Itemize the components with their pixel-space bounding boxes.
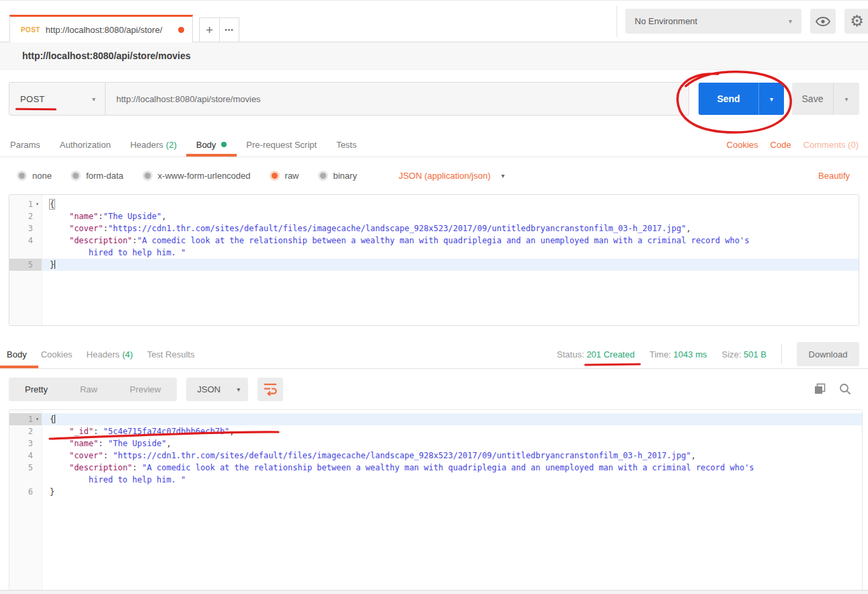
code-line[interactable]: 4 "description":"A comedic look at the r… [9, 235, 859, 247]
method-selector-value: POST [20, 94, 45, 104]
save-options-button[interactable]: ▾ [833, 83, 859, 115]
tab-label: Headers [130, 140, 163, 150]
status-value: 201 Created [586, 349, 635, 359]
code-line[interactable]: 1▾{ [9, 198, 859, 210]
response-format-selector[interactable]: JSON ▾ [186, 378, 248, 401]
response-tab-body[interactable]: Body [7, 340, 27, 368]
code-line[interactable]: 4 "cover": "https://cdn1.thr.com/sites/d… [9, 450, 862, 462]
line-number-gutter: 3 [9, 222, 42, 235]
view-raw[interactable]: Raw [64, 384, 114, 394]
tab-pre-request-script[interactable]: Pre-request Script [246, 132, 317, 157]
code-link[interactable]: Code [771, 140, 791, 150]
tab-label: Body [7, 349, 27, 359]
code-line[interactable]: 2 "_id": "5c4e715fa74c07dbbb6ecb7b", [9, 425, 862, 437]
new-tab-button[interactable]: + [200, 18, 219, 42]
response-stats: Status: 201 Created Time: 1043 ms Size: … [557, 342, 859, 366]
tab-tests[interactable]: Tests [336, 132, 356, 157]
code-line[interactable]: 2 "name":"The Upside", [9, 210, 859, 222]
fold-icon[interactable]: ▾ [33, 413, 42, 425]
line-number-gutter: 3 [9, 437, 42, 450]
wrap-lines-button[interactable] [258, 378, 283, 401]
code-line[interactable]: 6} [9, 486, 862, 498]
response-view-toolbar: Pretty Raw Preview JSON ▾ [0, 369, 868, 409]
download-button[interactable]: Download [797, 342, 859, 366]
code-line[interactable]: hired to help him. " [9, 247, 859, 259]
code-line[interactable]: 3 "cover":"https://cdn1.thr.com/sites/de… [9, 222, 859, 235]
code-line[interactable]: 5 "description": "A comedic look at the … [9, 462, 862, 474]
status-label: Status: [557, 349, 584, 359]
code-line[interactable]: 1▾{ [9, 413, 862, 425]
response-tab-test-results[interactable]: Test Results [147, 340, 195, 368]
line-number-gutter: 4 [9, 235, 42, 247]
request-code-area: 1▾{2 "name":"The Upside",3 "cover":"http… [9, 195, 859, 271]
request-body-editor[interactable]: 1▾{2 "name":"The Upside",3 "cover":"http… [9, 194, 859, 326]
view-preview[interactable]: Preview [114, 384, 177, 394]
request-title: http://localhost:8080/api/store/movies [22, 50, 191, 61]
text-cursor [54, 260, 55, 269]
radio-icon [143, 171, 153, 181]
text-cursor [54, 415, 55, 423]
request-tab-active[interactable]: POST http://localhost:8080/api/store/ [9, 15, 193, 42]
environment-selector[interactable]: No Environment ▾ [625, 9, 801, 34]
code-line[interactable]: 3 "name": "The Upside", [9, 437, 862, 450]
gear-icon: ⚙ [850, 13, 864, 29]
fold-icon[interactable]: ▾ [33, 198, 42, 210]
line-number-gutter: 4 [9, 450, 42, 462]
response-body-editor[interactable]: 1▾{2 "_id": "5c4e715fa74c07dbbb6ecb7b",3… [9, 409, 863, 591]
chevron-down-icon: ▾ [844, 95, 848, 103]
method-selector[interactable]: POST ▾ [9, 82, 106, 116]
tab-authorization[interactable]: Authorization [60, 132, 111, 157]
body-type-row: none form-data x-www-form-urlencoded raw… [0, 157, 868, 194]
body-type-raw[interactable]: raw [270, 171, 299, 181]
chevron-down-icon: ▾ [237, 386, 240, 393]
environment-quick-look-button[interactable] [810, 9, 836, 34]
request-tabs: Params Authorization Headers(2) Body Pre… [0, 132, 868, 157]
response-tab-headers[interactable]: Headers(4) [87, 340, 133, 368]
size-value: 501 B [744, 349, 766, 359]
copy-icon[interactable] [813, 382, 826, 396]
save-button-group: Save ▾ [792, 83, 859, 115]
send-options-button[interactable]: ▾ [758, 83, 784, 115]
body-type-form-data[interactable]: form-data [71, 171, 124, 181]
tab-headers[interactable]: Headers(2) [130, 132, 177, 157]
time-pair: Time: 1043 ms [649, 349, 707, 359]
radio-label: binary [333, 171, 357, 181]
line-number-gutter: 5 [9, 462, 42, 474]
view-pretty[interactable]: Pretty [9, 384, 64, 394]
body-type-none[interactable]: none [17, 171, 52, 181]
radio-icon [318, 171, 328, 181]
search-icon[interactable] [838, 382, 852, 396]
response-tab-cookies[interactable]: Cookies [41, 340, 73, 368]
tab-params[interactable]: Params [10, 132, 40, 157]
tab-options-button[interactable]: ••• [219, 18, 239, 42]
code-line[interactable]: hired to help him. " [9, 474, 862, 486]
body-type-urlencoded[interactable]: x-www-form-urlencoded [143, 171, 251, 181]
content-type-selector[interactable]: JSON (application/json) ▾ [399, 171, 505, 181]
tab-label: Tests [336, 140, 356, 150]
settings-button[interactable]: ⚙ [844, 9, 868, 34]
divider [617, 6, 617, 37]
content-type-value: JSON (application/json) [399, 171, 491, 181]
radio-icon [71, 171, 81, 181]
code-line[interactable]: 5} [9, 259, 859, 271]
response-code-area: 1▾{2 "_id": "5c4e715fa74c07dbbb6ecb7b",3… [9, 410, 862, 498]
body-type-binary[interactable]: binary [318, 171, 357, 181]
response-format-value: JSON [197, 384, 221, 394]
send-button[interactable]: Send [699, 83, 758, 115]
tab-label: Test Results [147, 349, 195, 359]
postman-app-window: POST http://localhost:8080/api/store/ + … [0, 0, 868, 594]
url-input[interactable] [106, 94, 688, 104]
line-number-gutter: 2 [9, 210, 42, 222]
send-button-group: Send ▾ [699, 83, 784, 115]
beautify-link[interactable]: Beautify [818, 171, 850, 181]
radio-label: none [32, 171, 52, 181]
unsaved-indicator-dot [178, 27, 184, 33]
tab-title: http://localhost:8080/api/store/ [46, 25, 173, 35]
comments-link[interactable]: Comments (0) [803, 140, 859, 150]
cookies-link[interactable]: Cookies [727, 140, 758, 150]
tab-body[interactable]: Body [196, 132, 227, 157]
tab-count: (2) [166, 140, 177, 150]
tab-label: Authorization [60, 140, 111, 150]
save-button[interactable]: Save [792, 83, 833, 115]
time-label: Time: [649, 349, 671, 359]
